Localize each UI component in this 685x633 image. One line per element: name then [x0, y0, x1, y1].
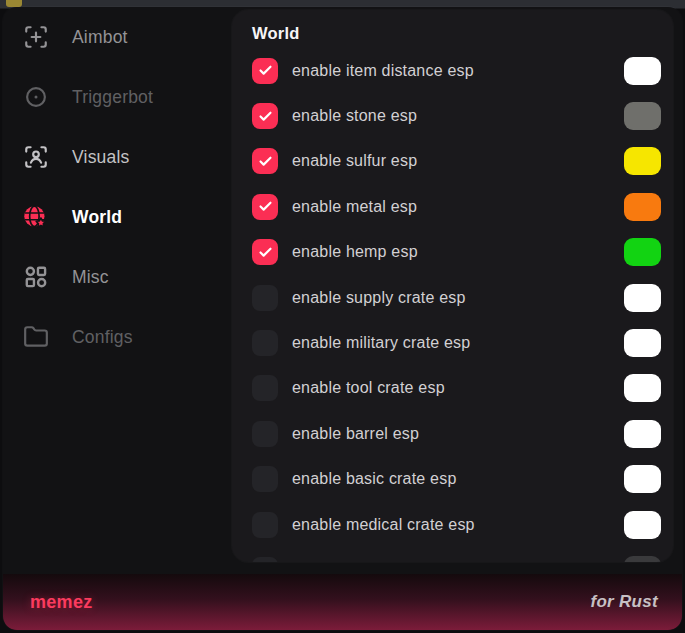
- misc-icon: [22, 264, 49, 291]
- color-swatch[interactable]: [624, 147, 661, 175]
- esp-row: enable item distance esp: [232, 48, 673, 93]
- esp-label: enable sulfur esp: [292, 152, 624, 170]
- esp-label: enable barrel esp: [292, 425, 624, 443]
- sidebar-item-label: World: [72, 207, 122, 228]
- check-icon: [258, 63, 273, 78]
- color-swatch[interactable]: [624, 511, 661, 539]
- brand-tagline: for Rust: [590, 592, 658, 612]
- esp-checkbox[interactable]: [252, 103, 278, 129]
- sidebar-item-label: Configs: [72, 327, 133, 348]
- color-swatch[interactable]: [624, 556, 661, 562]
- color-swatch[interactable]: [624, 284, 661, 312]
- esp-row: enable supply crate esp: [232, 275, 673, 320]
- esp-label: enable hemp esp: [292, 243, 624, 261]
- panel-title: World: [252, 24, 673, 43]
- color-swatch[interactable]: [624, 193, 661, 221]
- background-artifact: [6, 0, 22, 7]
- esp-row: [232, 547, 673, 562]
- esp-checkbox[interactable]: [252, 194, 278, 220]
- aimbot-icon: [22, 24, 49, 51]
- sidebar-item-label: Misc: [72, 267, 109, 288]
- sidebar: Aimbot Triggerbot Visuals: [3, 7, 232, 367]
- check-icon: [258, 245, 273, 260]
- esp-checkbox[interactable]: [252, 285, 278, 311]
- esp-checkbox[interactable]: [252, 375, 278, 401]
- sidebar-item-aimbot[interactable]: Aimbot: [3, 7, 232, 67]
- esp-row: enable hemp esp: [232, 230, 673, 275]
- sidebar-item-world[interactable]: World: [3, 187, 232, 247]
- color-swatch[interactable]: [624, 238, 661, 266]
- esp-checkbox[interactable]: [252, 330, 278, 356]
- configs-icon: [22, 324, 49, 351]
- color-swatch[interactable]: [624, 329, 661, 357]
- color-swatch[interactable]: [624, 102, 661, 130]
- esp-checkbox[interactable]: [252, 466, 278, 492]
- color-swatch[interactable]: [624, 420, 661, 448]
- color-swatch[interactable]: [624, 57, 661, 85]
- footer: memez for Rust: [3, 574, 682, 630]
- esp-row: enable military crate esp: [232, 320, 673, 365]
- esp-checkbox[interactable]: [252, 557, 278, 562]
- esp-row: enable stone esp: [232, 93, 673, 138]
- esp-rows: enable item distance esp enable stone es…: [232, 48, 673, 562]
- esp-row: enable barrel esp: [232, 411, 673, 456]
- esp-label: enable basic crate esp: [292, 470, 624, 488]
- esp-checkbox[interactable]: [252, 421, 278, 447]
- sidebar-item-label: Aimbot: [72, 27, 128, 48]
- esp-row: enable basic crate esp: [232, 457, 673, 502]
- esp-label: enable metal esp: [292, 198, 624, 216]
- world-icon: [22, 204, 49, 231]
- esp-row: enable sulfur esp: [232, 139, 673, 184]
- visuals-icon: [22, 144, 49, 171]
- check-icon: [258, 199, 273, 214]
- sidebar-item-misc[interactable]: Misc: [3, 247, 232, 307]
- esp-label: enable medical crate esp: [292, 516, 624, 534]
- esp-checkbox[interactable]: [252, 58, 278, 84]
- check-icon: [258, 154, 273, 169]
- sidebar-item-label: Visuals: [72, 147, 130, 168]
- esp-label: enable military crate esp: [292, 334, 624, 352]
- esp-label: enable item distance esp: [292, 62, 624, 80]
- esp-label: enable tool crate esp: [292, 379, 624, 397]
- color-swatch[interactable]: [624, 465, 661, 493]
- cheat-menu-window: Aimbot Triggerbot Visuals: [3, 7, 682, 630]
- esp-checkbox[interactable]: [252, 148, 278, 174]
- esp-checkbox[interactable]: [252, 512, 278, 538]
- sidebar-item-visuals[interactable]: Visuals: [3, 127, 232, 187]
- check-icon: [258, 109, 273, 124]
- brand-name: memez: [30, 592, 93, 613]
- esp-checkbox[interactable]: [252, 239, 278, 265]
- color-swatch[interactable]: [624, 374, 661, 402]
- sidebar-item-label: Triggerbot: [72, 87, 153, 108]
- esp-label: enable stone esp: [292, 107, 624, 125]
- sidebar-item-triggerbot[interactable]: Triggerbot: [3, 67, 232, 127]
- esp-label: enable supply crate esp: [292, 289, 624, 307]
- esp-row: enable tool crate esp: [232, 366, 673, 411]
- esp-row: enable metal esp: [232, 184, 673, 229]
- triggerbot-icon: [22, 84, 49, 111]
- esp-row: enable medical crate esp: [232, 502, 673, 547]
- world-panel: World enable item distance esp enable st…: [232, 10, 673, 562]
- sidebar-item-configs[interactable]: Configs: [3, 307, 232, 367]
